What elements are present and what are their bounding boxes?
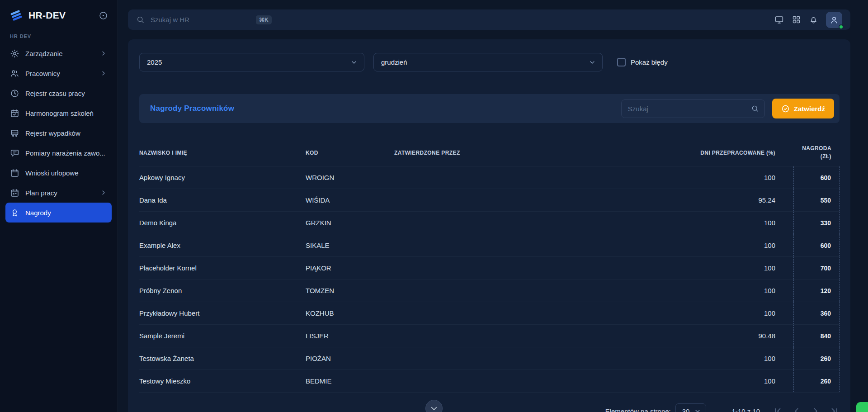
cell-award-editable[interactable]: 600: [793, 166, 840, 189]
table-row[interactable]: Sample JeremiLISJER90.48840: [139, 325, 840, 347]
cell-spacer: [775, 212, 793, 234]
cell-award-editable[interactable]: 600: [793, 234, 840, 256]
chevron-right-icon: [100, 189, 107, 196]
sidebar-item-label: Nagrody: [25, 209, 107, 217]
calendar-check-icon: [10, 109, 19, 118]
table-row[interactable]: Demo KingaGRZKIN100330: [139, 212, 840, 234]
cell-name: Próbny Zenon: [139, 279, 306, 302]
award-icon: [10, 208, 19, 218]
table-row[interactable]: Placeholder KornelPIĄKOR100700: [139, 257, 840, 279]
cell-code: WROIGN: [306, 166, 394, 189]
month-select[interactable]: grudzień: [373, 53, 603, 71]
cell-award-editable[interactable]: 260: [793, 370, 840, 392]
sidebar-item-harmonogram-szkoleń[interactable]: Harmonogram szkoleń: [5, 103, 112, 123]
sidebar-item-wnioski-urlopowe[interactable]: Wnioski urlopowe: [5, 163, 112, 183]
column-header-days-worked: DNI PRZEPRACOWANE (%): [640, 150, 775, 156]
cell-approved-by: [394, 212, 640, 234]
approve-button[interactable]: Zatwierdź: [772, 99, 834, 118]
show-errors-toggle[interactable]: Pokaż błędy: [617, 58, 668, 66]
column-header-name: NAZWISKO I IMIĘ: [139, 150, 306, 156]
table-row[interactable]: Example AlexSIKALE100600: [139, 234, 840, 257]
table-row[interactable]: Dana IdaWIŚIDA95.24550: [139, 189, 840, 212]
cell-approved-by: [394, 370, 640, 392]
table-row[interactable]: Apkowy IgnacyWROIGN100600: [139, 166, 840, 189]
cell-approved-by: [394, 189, 640, 211]
cell-award-editable[interactable]: 550: [793, 189, 840, 211]
main-area: ⌘K: [118, 0, 868, 412]
cell-spacer: [775, 257, 793, 279]
online-status-dot: [839, 24, 844, 29]
next-page-icon[interactable]: [811, 406, 821, 412]
sidebar-collapse-button[interactable]: [99, 11, 108, 20]
user-avatar[interactable]: [826, 12, 842, 28]
sidebar-item-zarządzanie[interactable]: Zarządzanie: [5, 43, 112, 63]
chevron-down-icon: [589, 59, 596, 66]
sidebar-item-plan-pracy[interactable]: Plan pracy: [5, 183, 112, 203]
items-per-page-select[interactable]: 30: [675, 403, 707, 412]
chat-widget-button[interactable]: [856, 402, 868, 412]
shortcut-badge: ⌘K: [256, 15, 272, 24]
cell-spacer: [775, 166, 793, 189]
cell-name: Placeholder Kornel: [139, 257, 306, 279]
table-row[interactable]: Próbny ZenonTOMZEN100120: [139, 279, 840, 302]
sidebar-section-label: HR DEV: [5, 26, 112, 43]
cell-spacer: [775, 279, 793, 302]
table-row[interactable]: Testowska ŻanetaPIOŻAN100260: [139, 347, 840, 370]
cell-code: TOMZEN: [306, 279, 394, 302]
cell-code: PIĄKOR: [306, 257, 394, 279]
sidebar-item-rejestr-wypadków[interactable]: Rejestr wypadków: [5, 123, 112, 143]
cell-days-worked: 95.24: [640, 189, 775, 211]
logo-row: HR-DEV: [5, 0, 112, 26]
cell-award-editable[interactable]: 260: [793, 347, 840, 369]
first-page-icon[interactable]: [773, 406, 783, 412]
cell-code: LISJER: [306, 325, 394, 347]
global-search-input[interactable]: [151, 16, 250, 24]
sidebar-item-pracownicy[interactable]: Pracownicy: [5, 63, 112, 83]
cell-days-worked: 100: [640, 347, 775, 369]
cell-approved-by: [394, 257, 640, 279]
table-search-input[interactable]: [628, 105, 746, 113]
cell-approved-by: [394, 166, 640, 189]
cell-approved-by: [394, 325, 640, 347]
cell-spacer: [775, 347, 793, 369]
table-header-row: NAZWISKO I IMIĘ KOD ZATWIERDZONE PRZEZ D…: [139, 139, 840, 166]
app-logo-icon: [9, 8, 24, 23]
apps-grid-icon[interactable]: [792, 15, 801, 24]
column-header-award: NAGRODA (ZŁ): [793, 145, 840, 161]
people-icon: [10, 69, 19, 78]
cell-name: Dana Ida: [139, 189, 306, 211]
cell-award-editable[interactable]: 360: [793, 302, 840, 324]
cell-name: Sample Jeremi: [139, 325, 306, 347]
sidebar-item-label: Plan pracy: [25, 189, 94, 197]
chevron-down-icon: [694, 407, 701, 412]
year-select[interactable]: 2025: [139, 53, 364, 71]
cell-approved-by: [394, 302, 640, 324]
last-page-icon[interactable]: [830, 406, 840, 412]
cell-award-editable[interactable]: 120: [793, 279, 840, 302]
cell-award-editable[interactable]: 330: [793, 212, 840, 234]
display-icon[interactable]: [774, 15, 784, 24]
previous-page-icon[interactable]: [792, 406, 802, 412]
cell-days-worked: 100: [640, 212, 775, 234]
cell-award-editable[interactable]: 700: [793, 257, 840, 279]
panel-toolbar: Nagrody Pracowników Zatwie: [139, 94, 840, 123]
table-search-box[interactable]: [621, 99, 765, 118]
cell-name: Example Alex: [139, 234, 306, 256]
cell-award-editable[interactable]: 840: [793, 325, 840, 347]
show-errors-checkbox[interactable]: [617, 58, 626, 66]
chat-lines-icon: [10, 148, 19, 158]
sidebar-item-label: Rejestr czasu pracy: [25, 90, 107, 97]
sidebar-item-nagrody[interactable]: Nagrody: [5, 203, 112, 223]
table-row[interactable]: Testowy MieszkoBEDMIE100260: [139, 370, 840, 393]
sidebar-item-rejestr-czasu-pracy[interactable]: Rejestr czasu pracy: [5, 83, 112, 103]
chevron-right-icon: [100, 70, 107, 77]
cell-days-worked: 100: [640, 234, 775, 256]
gear-icon: [10, 49, 19, 58]
search-icon: [751, 104, 759, 113]
filters-row: 2025 grudzień Pokaż błędy: [139, 53, 840, 71]
cell-name: Demo Kinga: [139, 212, 306, 234]
month-select-value: grudzień: [381, 58, 407, 66]
sidebar-item-pomiary-narażenia-zawo[interactable]: Pomiary narażenia zawo...: [5, 143, 112, 163]
table-row[interactable]: Przykładowy HubertKOZHUB100360: [139, 302, 840, 325]
bell-icon[interactable]: [809, 15, 818, 24]
